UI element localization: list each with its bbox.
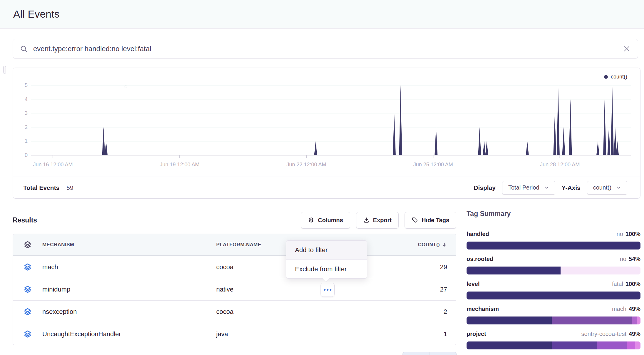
cell-platform[interactable]: native [216, 286, 391, 293]
cell-actions-button[interactable] [321, 283, 335, 297]
stack-icon [13, 263, 42, 272]
yaxis-label: Y-Axis [562, 184, 581, 191]
tag-bar-segment[interactable] [627, 341, 635, 349]
ellipsis-icon [327, 289, 328, 291]
tag-name: handled [467, 231, 489, 237]
results-heading: Results [13, 216, 37, 224]
svg-text:Jun 28 12:00 AM: Jun 28 12:00 AM [540, 162, 580, 168]
yaxis-dropdown[interactable]: count() [587, 181, 627, 195]
table-row[interactable]: mach cocoa 29 [13, 256, 456, 278]
tag-percent: 49% [629, 331, 640, 337]
hide-tags-button[interactable]: Hide Tags [405, 212, 456, 229]
tag-bar-segment[interactable] [637, 317, 640, 324]
tag-bar-segment[interactable] [597, 341, 627, 349]
column-header-mechanism[interactable]: MECHANISM [42, 242, 216, 248]
hide-tags-button-label: Hide Tags [422, 217, 449, 224]
events-chart-panel: 012345Jun 16 12:00 AMJun 19 12:00 AMJun … [13, 68, 640, 199]
table-row[interactable]: nsexception cocoa 2 [13, 300, 456, 323]
tag-name: mechanism [467, 306, 499, 312]
cell-mechanism[interactable]: nsexception [42, 308, 216, 316]
tag-block-os-rooted: os.rooted no54% [467, 256, 640, 274]
search-bar[interactable]: event.type:error handled:no level:fatal [13, 39, 638, 59]
download-icon [363, 217, 370, 223]
tag-bar-segment[interactable] [467, 317, 552, 324]
svg-text:Jun 25 12:00 AM: Jun 25 12:00 AM [413, 162, 453, 168]
page-header: All Events [0, 0, 644, 29]
tag-bar-segment[interactable] [552, 341, 597, 349]
tag-distribution-bar[interactable] [467, 242, 640, 249]
columns-button[interactable]: Columns [301, 212, 350, 229]
export-button[interactable]: Export [356, 212, 399, 229]
tag-block-handled: handled no100% [467, 231, 640, 249]
tag-bar-segment[interactable] [467, 292, 640, 299]
svg-text:Jun 19 12:00 AM: Jun 19 12:00 AM [160, 162, 199, 168]
legend-label: count() [611, 74, 627, 80]
cell-platform[interactable]: cocoa [216, 308, 391, 316]
search-input[interactable]: event.type:error handled:no level:fatal [33, 45, 617, 53]
search-icon [20, 45, 28, 53]
cell-count[interactable]: 1 [444, 330, 447, 338]
svg-text:4: 4 [25, 96, 28, 102]
tag-distribution-bar[interactable] [467, 267, 640, 274]
tag-block-level: level fatal100% [467, 281, 640, 299]
cell-count[interactable]: 2 [444, 308, 447, 316]
page-title: All Events [13, 8, 60, 20]
cell-platform[interactable]: java [216, 330, 391, 338]
tag-bar-segment[interactable] [467, 267, 561, 274]
stack-icon [13, 285, 42, 294]
display-dropdown[interactable]: Total Period [502, 181, 555, 195]
tag-top-value: fatal [612, 281, 623, 287]
chart-point-marker [125, 86, 127, 88]
tag-distribution-bar[interactable] [467, 341, 640, 349]
tag-summary-panel: Tag Summary handled no100% os.rooted no5… [467, 210, 640, 349]
columns-button-label: Columns [318, 217, 343, 224]
total-events-label: Total Events [23, 184, 59, 191]
tag-top-value: no [620, 256, 626, 262]
pagination-previous-button[interactable] [403, 352, 430, 355]
tag-distribution-bar[interactable] [467, 292, 640, 299]
svg-text:Jun 22 12:00 AM: Jun 22 12:00 AM [286, 162, 326, 168]
tag-bar-segment[interactable] [552, 317, 632, 324]
stack-icon [13, 330, 42, 339]
tag-bar-segment[interactable] [561, 267, 640, 274]
results-toolbar: Columns Export Hide Tags [301, 212, 456, 229]
results-header: Results Columns Export [13, 211, 456, 229]
tag-bar-segment[interactable] [632, 317, 637, 324]
events-over-time-chart[interactable]: 012345Jun 16 12:00 AMJun 19 12:00 AMJun … [13, 68, 640, 177]
chart-legend[interactable]: count() [604, 74, 627, 80]
svg-text:Jun 16 12:00 AM: Jun 16 12:00 AM [33, 162, 73, 168]
tag-top-value: mach [612, 306, 626, 312]
row-select-icon[interactable] [13, 240, 42, 249]
chart-footer: Total Events 59 Display Total Period Y-A… [13, 177, 640, 198]
tag-summary-heading: Tag Summary [467, 210, 640, 218]
column-header-count[interactable]: COUNT() [391, 242, 456, 248]
layers-icon [308, 217, 314, 223]
table-row[interactable]: minidump native 27 [13, 278, 456, 300]
tag-top-value: no [617, 231, 623, 237]
tag-bar-segment[interactable] [467, 341, 552, 349]
pagination-next-button[interactable] [430, 352, 457, 355]
display-dropdown-value: Total Period [508, 184, 539, 191]
cell-actions-menu: Add to filter Exclude from filter [286, 240, 367, 279]
ellipsis-icon [324, 289, 326, 291]
cell-mechanism[interactable]: UncaughtExceptionHandler [42, 330, 216, 338]
menu-item-add-to-filter[interactable]: Add to filter [286, 241, 367, 259]
tag-percent: 54% [629, 256, 640, 262]
table-row[interactable]: UncaughtExceptionHandler java 1 [13, 323, 456, 345]
clear-search-icon[interactable] [623, 45, 631, 53]
tag-name: project [467, 331, 486, 337]
tag-bar-segment[interactable] [467, 242, 640, 249]
tag-distribution-bar[interactable] [467, 317, 640, 324]
stack-icon [13, 307, 42, 316]
cell-count[interactable]: 27 [440, 286, 447, 293]
pagination-buttons[interactable] [402, 352, 457, 355]
tag-percent: 100% [625, 281, 640, 287]
cell-mechanism[interactable]: mach [42, 263, 216, 271]
cell-mechanism[interactable]: minidump [42, 286, 216, 293]
chevron-down-icon [616, 185, 621, 190]
cell-count[interactable]: 29 [440, 263, 447, 271]
tag-bar-segment[interactable] [635, 341, 640, 349]
tag-name: os.rooted [467, 256, 493, 262]
resize-handle[interactable] [3, 66, 6, 74]
export-button-label: Export [373, 217, 392, 224]
